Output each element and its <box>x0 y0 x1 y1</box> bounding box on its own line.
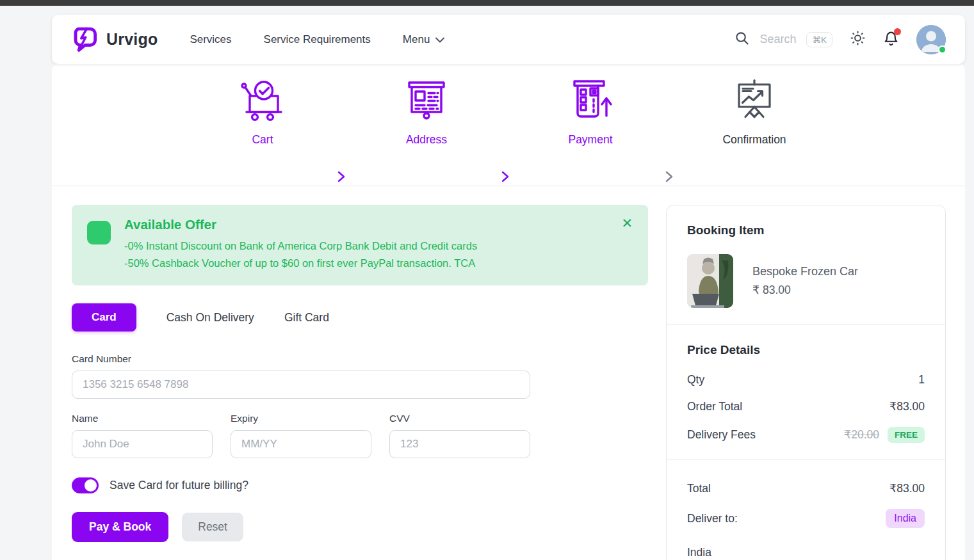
nav-links: Services Service Requirements Menu <box>190 33 444 46</box>
cvv-input[interactable] <box>389 430 530 458</box>
brand[interactable]: Urvigo <box>71 25 158 54</box>
toggle-knob <box>85 479 97 492</box>
delivery-fees-label: Delivery Fees <box>687 428 756 442</box>
booking-item-section: Booking Item Bespoke Frozen Ca <box>667 205 945 324</box>
main-surface: Cart Address <box>52 64 965 560</box>
notifications-button[interactable] <box>883 30 899 49</box>
card-number-label: Card Number <box>72 353 530 365</box>
user-avatar[interactable] <box>916 25 946 54</box>
nav-link-services[interactable]: Services <box>190 33 231 46</box>
checkout-stepper: Cart Address <box>52 64 965 186</box>
delivery-fees-struck-value: ₹20.00 <box>844 428 879 442</box>
name-label: Name <box>72 413 213 424</box>
step-payment[interactable]: Payment <box>536 76 645 147</box>
step-chevron-icon <box>665 170 674 186</box>
total-label: Total <box>687 482 711 495</box>
order-total-value: ₹83.00 <box>889 400 925 413</box>
chevron-down-icon <box>435 33 444 46</box>
deliver-to-row: Deliver to: India <box>687 509 925 528</box>
pay-and-book-button[interactable]: Pay & Book <box>72 512 168 542</box>
search-shortcut-kbd: ⌘K <box>806 32 832 47</box>
step-confirmation[interactable]: Confirmation <box>700 76 809 147</box>
booking-item-price: ₹ 83.00 <box>752 284 858 297</box>
confirmation-board-icon <box>700 76 809 124</box>
price-details-heading: Price Details <box>687 343 925 357</box>
price-row-qty: Qty 1 <box>687 373 925 387</box>
offer-banner: Available Offer -0% Instant Discount on … <box>72 205 648 285</box>
price-row-delivery-fees: Delivery Fees ₹20.00 FREE <box>687 427 925 443</box>
step-label-payment: Payment <box>536 133 645 147</box>
offer-icon <box>87 221 111 244</box>
reset-button[interactable]: Reset <box>182 513 243 541</box>
order-summary-card: Booking Item Bespoke Frozen Ca <box>666 205 946 560</box>
theme-toggle-button[interactable] <box>850 30 866 49</box>
deliver-to-label: Deliver to: <box>687 512 738 525</box>
save-card-toggle[interactable] <box>72 477 99 493</box>
payment-method-tabs: Card Cash On Delivery Gift Card <box>72 303 648 332</box>
qty-value: 1 <box>918 373 925 387</box>
expiry-label: Expiry <box>231 413 371 424</box>
payment-form-column: Available Offer -0% Instant Discount on … <box>72 205 648 542</box>
address-card-icon <box>372 76 481 124</box>
price-details-section: Price Details Qty 1 Order Total ₹83.00 D… <box>667 325 945 460</box>
offer-line-2: -50% Cashback Voucher of up to $60 on fi… <box>124 255 477 272</box>
step-label-address: Address <box>372 133 481 147</box>
sun-icon <box>850 30 866 49</box>
urvigo-logo-icon <box>71 25 98 54</box>
total-value: ₹83.00 <box>889 482 925 495</box>
step-chevron-icon <box>501 170 510 186</box>
notification-dot <box>894 28 901 35</box>
navbar: Urvigo Services Service Requirements Men… <box>52 15 965 64</box>
search-icon <box>735 31 749 48</box>
step-address[interactable]: Address <box>372 76 481 147</box>
step-cart[interactable]: Cart <box>208 76 317 147</box>
booking-item-name: Bespoke Frozen Car <box>752 265 858 278</box>
booking-item-row: Bespoke Frozen Car ₹ 83.00 <box>687 254 925 308</box>
step-label-cart: Cart <box>208 133 317 147</box>
offer-close-icon[interactable]: ✕ <box>621 216 633 230</box>
save-card-label: Save Card for future billing? <box>110 479 248 492</box>
price-row-order-total: Order Total ₹83.00 <box>687 400 925 413</box>
card-number-input[interactable] <box>72 371 530 399</box>
payment-machine-icon <box>536 76 645 124</box>
qty-label: Qty <box>687 373 704 387</box>
menu-label: Menu <box>403 33 430 46</box>
booking-item-image <box>687 254 733 308</box>
cvv-label: CVV <box>389 413 530 424</box>
nav-link-service-requirements[interactable]: Service Requirements <box>264 33 371 46</box>
navbar-right: Search ⌘K <box>735 25 946 54</box>
search-trigger[interactable]: Search ⌘K <box>735 31 832 48</box>
order-total-label: Order Total <box>687 400 742 413</box>
tab-cash-on-delivery[interactable]: Cash On Delivery <box>166 311 254 324</box>
address-country: India <box>687 546 925 559</box>
total-row: Total ₹83.00 <box>687 482 925 495</box>
nav-link-menu[interactable]: Menu <box>403 33 445 46</box>
total-section: Total ₹83.00 Deliver to: India India vcf… <box>667 460 945 560</box>
booking-item-heading: Booking Item <box>687 223 925 237</box>
tab-gift-card[interactable]: Gift Card <box>284 311 329 324</box>
step-chevron-icon <box>337 170 346 186</box>
offer-line-1: -0% Instant Discount on Bank of America … <box>124 237 477 255</box>
brand-name: Urvigo <box>106 30 158 49</box>
deliver-to-country-badge: India <box>886 509 925 528</box>
browser-top-bar <box>0 0 974 6</box>
offer-title: Available Offer <box>124 217 477 232</box>
step-label-confirmation: Confirmation <box>700 133 809 147</box>
cart-check-icon <box>208 76 317 124</box>
name-input[interactable] <box>72 430 213 458</box>
search-placeholder-text: Search <box>759 33 796 46</box>
tab-card[interactable]: Card <box>72 303 136 332</box>
online-status-dot <box>938 45 946 54</box>
expiry-input[interactable] <box>231 430 371 458</box>
free-badge: FREE <box>888 427 925 443</box>
